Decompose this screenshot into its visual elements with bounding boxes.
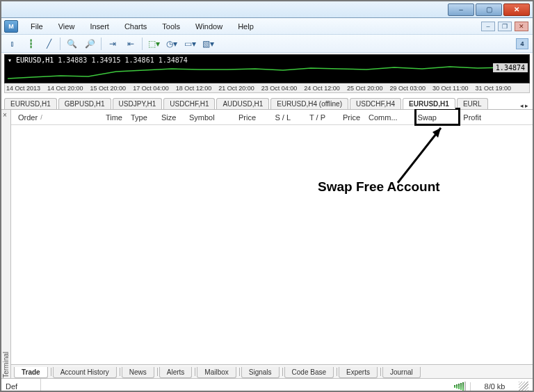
col-order[interactable]: Order / <box>14 113 64 122</box>
terminal-panel: × Terminal Order / Time Type Size Symbol… <box>1 110 533 378</box>
objects-icon[interactable]: ▧▾ <box>201 37 215 51</box>
chart-tab[interactable]: GBPUSD,H1 <box>58 98 111 109</box>
tab-separator <box>282 368 283 376</box>
menu-charts[interactable]: Charts <box>118 21 154 32</box>
chart-tabs-prev-icon[interactable]: ◂ <box>520 102 524 109</box>
chart-tabs-nav: ◂ ▸ <box>520 102 530 109</box>
menu-insert[interactable]: Insert <box>83 21 116 32</box>
menu-window[interactable]: Window <box>188 21 229 32</box>
timeaxis-tick: 25 Oct 20:00 <box>347 85 383 92</box>
timeaxis-tick: 14 Oct 20:00 <box>47 85 83 92</box>
mdi-restore-button[interactable]: ❐ <box>498 22 512 31</box>
ministrip-current-price: 1.34874 <box>493 63 528 72</box>
terminal-close-icon[interactable]: × <box>3 111 7 119</box>
terminal-empty-area <box>11 125 533 364</box>
terminal-tab-alerts[interactable]: Alerts <box>159 367 193 378</box>
tab-separator <box>195 368 195 376</box>
periods-icon[interactable]: ◷▾ <box>165 37 179 51</box>
chart-tab[interactable]: EURL <box>457 98 488 109</box>
line-chart-icon[interactable]: ╱ <box>42 37 56 51</box>
chart-tab[interactable]: EURUSD,H1 <box>403 98 455 109</box>
chart-tab[interactable]: USDJPY,H1 <box>113 98 163 109</box>
terminal-tab-signals[interactable]: Signals <box>241 367 280 378</box>
tab-separator <box>51 368 51 376</box>
col-time[interactable]: Time <box>64 113 127 122</box>
chart-tabs-row: EURUSD,H1GBPUSD,H1USDJPY,H1USDCHF,H1AUDU… <box>1 96 533 110</box>
candlestick-icon[interactable]: ┇ <box>24 37 38 51</box>
resize-grip-icon[interactable] <box>519 382 528 391</box>
window-close-button[interactable]: ✕ <box>503 3 530 16</box>
bar-chart-icon[interactable]: ⫾ <box>6 37 19 51</box>
toolbar: ⫾ ┇ ╱ 🔍 🔎 ⇥ ⇤ ⬚▾ ◷▾ ▭▾ ▧▾ 4 <box>1 35 533 53</box>
window-minimize-button[interactable]: – <box>448 3 474 16</box>
chart-tab[interactable]: EURUSD,H4 (offline) <box>270 98 348 109</box>
timeaxis-tick: 23 Oct 04:00 <box>261 85 298 92</box>
terminal-tab-news[interactable]: News <box>122 367 154 378</box>
ministrip-time-axis: 14 Oct 201314 Oct 20:0015 Oct 20:0017 Oc… <box>4 83 530 93</box>
toolbar-separator <box>60 38 60 50</box>
terminal-tab-account-history[interactable]: Account History <box>53 367 117 378</box>
timeaxis-tick: 18 Oct 12:00 <box>176 85 212 92</box>
timeaxis-tick: 30 Oct 11:00 <box>432 85 469 92</box>
zoom-out-icon[interactable]: 🔎 <box>83 37 97 51</box>
connection-signal-icon <box>450 382 470 391</box>
autoscroll-icon[interactable]: ⇥ <box>106 37 120 51</box>
tab-separator <box>157 368 158 376</box>
status-bar: Def 8/0 kb <box>1 378 533 392</box>
col-tp[interactable]: T / P <box>295 113 330 122</box>
zoom-in-icon[interactable]: 🔍 <box>65 37 79 51</box>
timeaxis-tick: 24 Oct 12:00 <box>304 85 340 92</box>
chart-tab[interactable]: AUDUSD,H1 <box>216 98 269 109</box>
col-symbol[interactable]: Symbol <box>185 113 221 122</box>
terminal-tab-journal[interactable]: Journal <box>382 367 421 378</box>
menu-help[interactable]: Help <box>231 21 261 32</box>
col-size[interactable]: Size <box>157 113 185 122</box>
terminal-side-label: Terminal <box>1 110 11 378</box>
toolbar-separator <box>142 38 143 50</box>
terminal-column-header: Order / Time Type Size Symbol Price S / … <box>11 110 533 125</box>
menu-file[interactable]: File <box>24 21 50 32</box>
timeaxis-tick: 29 Oct 03:00 <box>389 85 426 92</box>
col-price2[interactable]: Price <box>330 113 364 122</box>
terminal-tab-trade[interactable]: Trade <box>14 367 48 378</box>
terminal-bottom-tabs: TradeAccount HistoryNewsAlertsMailboxSig… <box>11 364 533 378</box>
tab-separator <box>120 368 120 376</box>
toolbar-separator <box>101 38 102 50</box>
timeaxis-tick: 14 Oct 2013 <box>6 85 40 92</box>
terminal-tab-experts[interactable]: Experts <box>339 367 378 378</box>
chartshift-icon[interactable]: ⇤ <box>124 37 138 51</box>
status-default-label: Def <box>6 382 40 391</box>
terminal-tab-mailbox[interactable]: Mailbox <box>197 367 236 378</box>
menu-bar: M File View Insert Charts Tools Window H… <box>1 18 533 35</box>
app-icon: M <box>4 20 18 33</box>
terminal-side-text: Terminal <box>2 349 10 378</box>
status-traffic: 8/0 kb <box>470 382 519 391</box>
timeaxis-tick: 31 Oct 19:00 <box>476 85 512 92</box>
chart-tab[interactable]: USDCHF,H4 <box>350 98 401 109</box>
tab-separator <box>239 368 240 376</box>
toolbar-badge[interactable]: 4 <box>516 38 528 49</box>
mini-chart-strip: ▾ EURUSD,H1 1.34883 1.34915 1.34861 1.34… <box>4 54 530 83</box>
mdi-close-button[interactable]: ✕ <box>515 22 528 31</box>
window-titlebar: – ▢ ✕ <box>1 1 533 18</box>
mdi-minimize-button[interactable]: – <box>481 22 495 31</box>
chart-tab[interactable]: USDCHF,H1 <box>163 98 215 109</box>
col-swap[interactable]: Swap <box>402 113 441 122</box>
tab-separator <box>380 368 381 376</box>
col-profit[interactable]: Profit <box>441 113 485 122</box>
col-commission[interactable]: Comm... <box>364 113 402 122</box>
timeaxis-tick: 21 Oct 20:00 <box>218 85 254 92</box>
menu-tools[interactable]: Tools <box>155 21 187 32</box>
timeaxis-tick: 15 Oct 20:00 <box>90 85 127 92</box>
col-price[interactable]: Price <box>221 113 260 122</box>
col-sl[interactable]: S / L <box>260 113 295 122</box>
chart-tabs-next-icon[interactable]: ▸ <box>525 102 528 109</box>
status-fill <box>40 379 450 392</box>
window-maximize-button[interactable]: ▢ <box>476 3 502 16</box>
chart-tab[interactable]: EURUSD,H1 <box>4 98 57 109</box>
menu-view[interactable]: View <box>51 21 82 32</box>
indicators-icon[interactable]: ⬚▾ <box>147 37 161 51</box>
terminal-tab-code-base[interactable]: Code Base <box>284 367 334 378</box>
templates-icon[interactable]: ▭▾ <box>183 37 197 51</box>
col-type[interactable]: Type <box>127 113 157 122</box>
